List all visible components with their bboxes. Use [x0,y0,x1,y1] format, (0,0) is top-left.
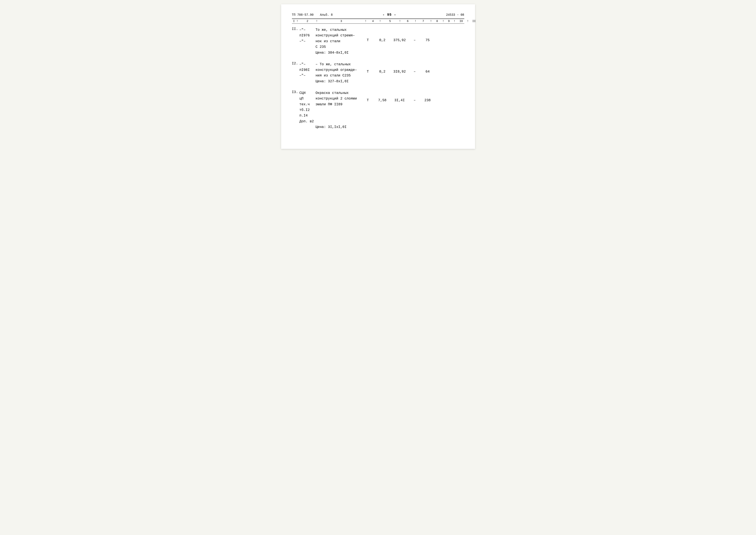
col-header-8: 8 [432,19,442,23]
col-header-5: 5 [382,19,399,23]
col-sep-2: ! [364,19,367,23]
doc-ref: ТП 708-57.90 [292,13,314,16]
col-sep-9: ! [467,19,469,23]
entry-unit-13: Т [362,90,374,102]
entry-val7-13: 238 [421,90,434,102]
col-header-11: II [469,19,479,23]
header-left: ТП 708-57.90 Альб. 8 [292,13,333,16]
entry-val7-11: 75 [421,27,434,42]
col-sep-1: ! [316,19,318,23]
col-sep-8: ! [453,19,456,23]
entry-num-13: I3. [292,90,300,94]
col-header-9: 9 [445,19,453,23]
doc-number: 24533 - 08 [446,13,464,16]
entry-unit-12: Т [362,62,374,74]
page-header: ТП 708-57.90 Альб. 8 - 95 - 24533 - 08 [292,13,464,17]
col-header-6: 6 [401,19,414,23]
entry-row-12: I2. –"–пI98I–"– – То же, стальных констр… [292,62,464,83]
entry-desc-12: – То же, стальных конструкций огражде– н… [316,62,362,79]
col-sep-6: ! [430,19,432,23]
page-number: - 95 - [383,13,396,17]
entry-val6-13: – [408,90,421,102]
col-header-2: 2 [300,19,316,23]
entry-unit-11: Т [362,27,374,42]
entry-price-11: Цена: 384–8хI,0I [316,51,362,55]
column-headers: I ! 2 ! 3 ! 4 ! 5 ! 6 ! 7 ! 8 ! 9 ! IO !… [292,19,464,24]
col-header-1: I ! [292,19,300,23]
entry-row-13: I3. СЦНцПтех.чтб.I2п.I4Доп. в2 Окраска с… [292,90,464,129]
entry-val5-12: 3I8,92 [391,62,408,74]
entry-price-12: Цена: 327–8хI,0I [316,79,362,83]
entry-row-11: II. –"–пI976–"– То же, стальных конструк… [292,27,464,55]
entry-val6-11: – [408,27,421,42]
entry-price-13: Цена: 3I,IхI,0I [316,125,362,129]
document-page: ТП 708-57.90 Альб. 8 - 95 - 24533 - 08 I… [281,4,475,149]
entry-num-11: II. [292,27,300,31]
album-label: Альб. 8 [320,13,333,16]
entry-val7-12: 64 [421,62,434,74]
col-header-3: 3 [318,19,364,23]
entry-val5-11: 375,92 [391,27,408,42]
col-header-4: 4 [367,19,379,23]
entry-desc-11: То же, стальных конструкций стремя– нок … [316,27,362,50]
content-area: II. –"–пI976–"– То же, стальных конструк… [292,24,464,129]
col-sep-3: ! [379,19,382,23]
col-sep-7: ! [442,19,445,23]
col-header-7: 7 [417,19,430,23]
entry-val5-13: 3I,4I [391,90,408,102]
col-sep-5: ! [414,19,417,23]
entry-codes-13: СЦНцПтех.чтб.I2п.I4Доп. в2 [300,90,316,124]
entry-num-12: I2. [292,62,300,66]
entry-codes-12: –"–пI98I–"– [300,62,316,79]
entry-val4-12: 0,2 [374,62,391,74]
col-header-10: IO [456,19,467,23]
entry-val4-13: 7,58 [374,90,391,102]
entry-val4-11: 0,2 [374,27,391,42]
entry-codes-11: –"–пI976–"– [300,27,316,44]
col-sep-4: ! [399,19,401,23]
entry-val6-12: – [408,62,421,74]
entry-desc-13: Окраска стальных конструкций 2 слоями эм… [316,90,362,107]
